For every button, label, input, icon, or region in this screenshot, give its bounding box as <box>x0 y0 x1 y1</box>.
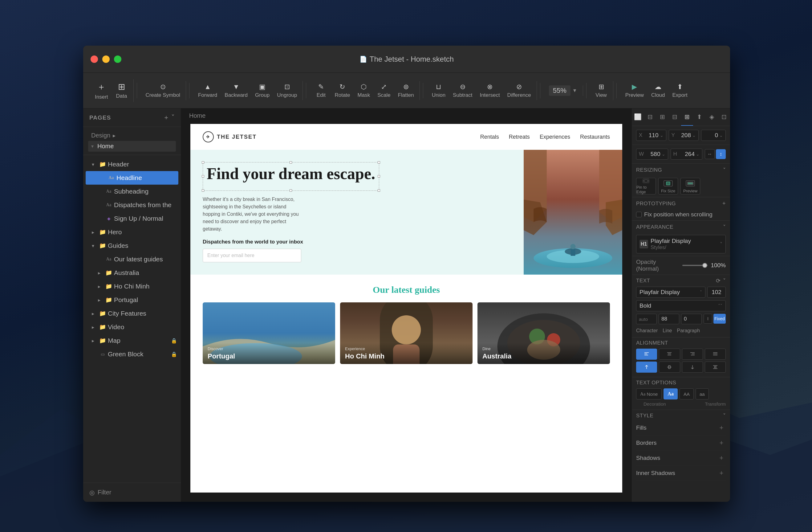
sidebar-item-green-block[interactable]: ▭ Green Block 🔒 <box>83 347 181 361</box>
resizing-toggle[interactable]: ˅ <box>723 167 726 173</box>
style-dropdown[interactable]: H1 Playfair Display Styles/ ˅ <box>636 235 726 253</box>
align-middle-btn[interactable] <box>659 362 680 373</box>
subtract-button[interactable]: ⊖ Subtract <box>450 81 475 100</box>
h-stepper[interactable]: ⌄ <box>696 152 699 157</box>
flatten-button[interactable]: ⊚ Flatten <box>395 81 417 100</box>
union-button[interactable]: ⊔ Union <box>429 81 449 100</box>
add-inner-shadow-btn[interactable]: + <box>717 469 726 477</box>
appearance-toggle[interactable]: ˅ <box>723 224 726 230</box>
difference-button[interactable]: ⊘ Difference <box>504 81 534 100</box>
home-page[interactable]: ▾ Home <box>88 141 176 152</box>
x-field[interactable]: X 110 ⌄ <box>636 130 666 141</box>
r-stepper[interactable]: ⌄ <box>719 133 723 138</box>
text-sync-icon[interactable]: ⟳ <box>716 277 721 284</box>
align-justify-btn[interactable] <box>705 349 726 360</box>
preview-button[interactable]: ▶ Preview <box>622 81 647 100</box>
ungroup-button[interactable]: ⊡ Ungroup <box>274 81 300 100</box>
text-chevron-icon[interactable]: ˅ <box>723 277 726 284</box>
sidebar-item-dispatches[interactable]: Aa Dispatches from the <box>83 198 181 212</box>
tab-distribute-h[interactable]: ⊟ <box>669 109 681 126</box>
filter-button[interactable]: ◎ Filter <box>83 483 181 502</box>
add-shadow-btn[interactable]: + <box>717 454 726 462</box>
add-fill-btn[interactable]: + <box>717 423 726 432</box>
font-weight-dropdown[interactable]: Bold ˄˅ <box>636 300 726 311</box>
add-page-icon[interactable]: + <box>164 114 168 122</box>
design-page[interactable]: Design ▸ <box>88 130 176 141</box>
w-stepper[interactable]: ⌄ <box>662 152 665 157</box>
transform-aa-upper-btn[interactable]: AA <box>680 388 694 400</box>
pin-to-edge-option[interactable]: Pin to Edge <box>636 178 656 195</box>
canvas-frame[interactable]: ✈ THE JETSET Rentals Retreats Experience… <box>190 124 622 492</box>
flip-v-button[interactable]: ↕ <box>716 149 726 159</box>
align-center-btn[interactable] <box>659 349 680 360</box>
text-icon-btn[interactable]: Ⅰ <box>704 314 712 324</box>
scale-button[interactable]: ⤢ Scale <box>374 81 394 100</box>
x-stepper[interactable]: ⌄ <box>660 133 664 138</box>
tab-align-left[interactable]: ⬜ <box>632 109 644 126</box>
decoration-none-btn[interactable]: Aa None <box>636 388 662 400</box>
cloud-button[interactable]: ☁ Cloud <box>648 81 668 100</box>
sidebar-item-hochiminh[interactable]: ▸ 📁 Ho Chi Minh <box>83 280 181 293</box>
align-left-btn[interactable] <box>636 349 657 360</box>
pages-chevron-icon[interactable]: ˅ <box>171 114 175 122</box>
tab-align-center[interactable]: ⊟ <box>644 109 656 126</box>
zoom-button[interactable] <box>114 55 121 63</box>
fix-scroll-checkbox[interactable] <box>636 212 642 217</box>
h-field[interactable]: H 264 ⌄ <box>671 149 702 160</box>
insert-button[interactable]: ＋ Insert <box>92 79 111 102</box>
font-family-dropdown[interactable]: Playfair Display ˅ <box>636 286 706 298</box>
zoom-control[interactable]: 55% ▼ <box>546 85 580 96</box>
view-button[interactable]: ⊞ View <box>592 81 611 100</box>
export-button[interactable]: ⬆ Export <box>669 81 691 100</box>
align-top-btn[interactable] <box>636 362 657 373</box>
w-field[interactable]: W 580 ⌄ <box>636 149 668 160</box>
fix-size-option[interactable]: Fix Size <box>658 178 678 195</box>
y-stepper[interactable]: ⌄ <box>692 133 696 138</box>
sidebar-item-australia[interactable]: ▸ 📁 Australia <box>83 266 181 280</box>
sidebar-item-header[interactable]: ▾ 📁 Header <box>83 157 181 171</box>
fixed-text-btn[interactable]: Fixed <box>713 314 726 324</box>
paragraph-spacing-field[interactable]: 0 <box>681 314 702 324</box>
data-button[interactable]: ⊞ Data <box>113 80 131 101</box>
align-bottom-btn[interactable] <box>682 362 703 373</box>
transform-aa-lower-btn[interactable]: aa <box>696 388 709 400</box>
backward-button[interactable]: ▼ Backward <box>221 81 251 100</box>
sidebar-item-latest-guides[interactable]: Aa Our latest guides <box>83 252 181 266</box>
font-size-field[interactable]: 102 <box>707 286 726 298</box>
sidebar-item-hero[interactable]: ▸ 📁 Hero <box>83 225 181 239</box>
transform-aa-btn[interactable]: Aa <box>664 388 678 400</box>
minimize-button[interactable] <box>102 55 110 63</box>
group-button[interactable]: ▣ Group <box>252 81 273 100</box>
edit-button[interactable]: ✎ Edit <box>312 81 330 100</box>
preview-option[interactable]: Preview <box>680 178 700 195</box>
tab-component[interactable]: ◈ <box>706 109 718 126</box>
rotate-button[interactable]: ↻ Rotate <box>332 81 353 100</box>
email-input[interactable]: Enter your email here <box>203 249 301 262</box>
sidebar-item-headline[interactable]: Aa Headline <box>86 171 178 185</box>
tab-align-right[interactable]: ⊞ <box>656 109 669 126</box>
align-right-btn[interactable] <box>682 349 703 360</box>
sidebar-item-guides[interactable]: ▾ 📁 Guides <box>83 239 181 252</box>
close-button[interactable] <box>90 55 98 63</box>
sidebar-item-map[interactable]: ▸ 📁 Map 🔒 <box>83 334 181 347</box>
sidebar-item-city-features[interactable]: ▸ 📁 City Features <box>83 307 181 320</box>
align-fill-btn[interactable] <box>705 362 726 373</box>
y-field[interactable]: Y 208 ⌄ <box>669 130 699 141</box>
sidebar-item-portugal[interactable]: ▸ 📁 Portugal <box>83 293 181 307</box>
sidebar-item-video[interactable]: ▸ 📁 Video <box>83 320 181 334</box>
tab-inspect[interactable]: ⊞ <box>681 109 693 126</box>
style-toggle[interactable]: ˅ <box>723 412 726 419</box>
forward-button[interactable]: ▲ Forward <box>195 81 220 100</box>
opacity-thumb[interactable] <box>702 263 707 268</box>
prototyping-toggle[interactable]: + <box>722 200 726 207</box>
tab-more[interactable]: ⊡ <box>718 109 730 126</box>
flip-h-button[interactable]: ↔ <box>705 149 715 159</box>
sidebar-item-subheading[interactable]: Aa Subheading <box>83 185 181 198</box>
mask-button[interactable]: ⬡ Mask <box>354 81 373 100</box>
sidebar-item-signup[interactable]: ◈ Sign Up / Normal <box>83 212 181 225</box>
line-spacing-field[interactable]: 88 <box>658 314 679 324</box>
create-symbol-button[interactable]: ⊙ Create Symbol <box>143 81 183 100</box>
intersect-button[interactable]: ⊗ Intersect <box>477 81 503 100</box>
character-spacing-field[interactable]: auto <box>636 314 657 324</box>
opacity-slider[interactable] <box>682 265 708 266</box>
